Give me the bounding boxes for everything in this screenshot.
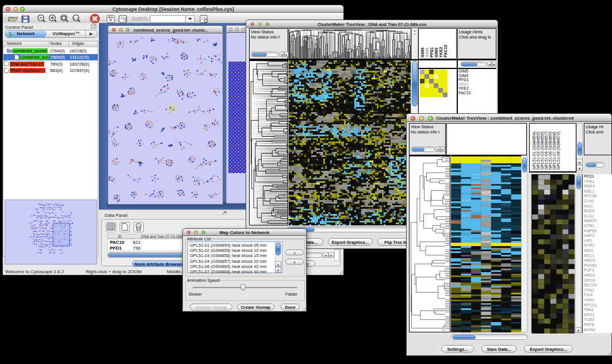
svg-text:PAC10: PAC10	[443, 45, 447, 58]
svg-text:YKE2: YKE2	[439, 47, 443, 58]
svg-text:Search:: Search:	[132, 16, 148, 21]
svg-text:1:1: 1:1	[74, 17, 79, 20]
svg-text:GPL51-08 (GSM872): GPL51-08 (GSM872)	[556, 132, 561, 170]
svg-text:GIM5: GIM5	[420, 48, 424, 58]
svg-text:GIM3: GIM3	[434, 48, 438, 58]
svg-text:PFD1: PFD1	[430, 47, 434, 58]
svg-text:GIM4: GIM4	[425, 48, 429, 58]
